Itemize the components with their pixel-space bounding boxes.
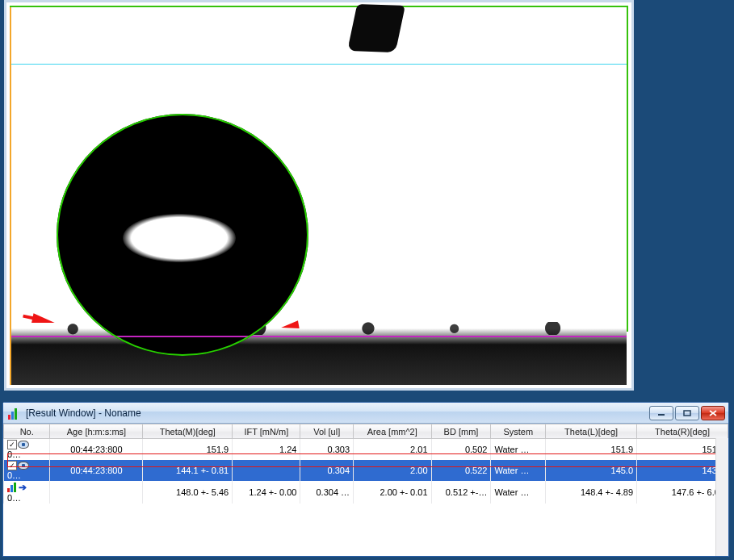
maximize-button[interactable] — [675, 406, 699, 420]
baseline-overlay[interactable] — [11, 336, 627, 337]
table-row[interactable]: ➔0…148.0 +- 5.461.24 +- 0.000.304 …2.00 … — [4, 481, 728, 504]
window-title: [Result Window] - Noname — [26, 407, 141, 419]
col-no[interactable]: No. — [4, 424, 50, 439]
col-thetaM[interactable]: Theta(M)[deg] — [143, 424, 233, 439]
col-system[interactable]: System — [491, 424, 546, 439]
cell-bd[interactable]: 0.522 — [431, 460, 491, 481]
cell-area[interactable]: 2.00 +- 0.01 — [354, 481, 431, 504]
results-table[interactable]: No. Age [h:m:s:ms] Theta(M)[deg] IFT [mN… — [3, 424, 728, 504]
cell-system[interactable]: Water … — [491, 439, 546, 461]
window-controls — [649, 406, 725, 420]
app-icon — [8, 407, 21, 420]
col-thetaR[interactable]: Theta(R)[deg] — [637, 424, 728, 439]
substrate-surface — [11, 322, 627, 385]
cell-thetaL[interactable]: 145.0 — [546, 460, 637, 481]
cell-system[interactable]: Water … — [491, 481, 546, 504]
cell-vol[interactable]: 0.303 — [300, 439, 354, 461]
col-thetaL[interactable]: Theta(L)[deg] — [546, 424, 637, 439]
cell-vol[interactable]: 0.304 … — [300, 481, 354, 504]
eye-icon[interactable] — [18, 462, 29, 470]
cell-ift[interactable]: 1.24 +- 0.00 — [233, 481, 300, 504]
vertical-scrollbar[interactable] — [715, 438, 728, 556]
maximize-icon — [683, 410, 691, 416]
col-area[interactable]: Area [mm^2] — [354, 424, 431, 439]
minimize-icon — [657, 410, 665, 416]
col-ift[interactable]: IFT [mN/m] — [233, 424, 300, 439]
cell-ift[interactable]: 1.24 — [233, 439, 300, 461]
row-no: 0… — [7, 449, 21, 459]
table-row[interactable]: ✓0…00:44:23:800151.91.240.3032.010.502Wa… — [4, 439, 728, 461]
cell-thetaM[interactable]: 151.9 — [143, 439, 233, 461]
cell-thetaL[interactable]: 148.4 +- 4.89 — [546, 481, 637, 504]
cell-ift[interactable] — [233, 460, 300, 481]
header-row[interactable]: No. Age [h:m:s:ms] Theta(M)[deg] IFT [mN… — [4, 424, 728, 439]
minimize-button[interactable] — [649, 406, 673, 420]
row-no-cell[interactable]: ✓0… — [4, 439, 50, 461]
threshold-line — [11, 64, 627, 65]
cell-age[interactable]: 00:44:23:800 — [50, 460, 143, 481]
results-grid[interactable]: No. Age [h:m:s:ms] Theta(M)[deg] IFT [mN… — [3, 424, 728, 556]
eye-icon[interactable] — [18, 441, 29, 449]
row-no: 0… — [7, 470, 21, 480]
row-no: 0… — [7, 493, 21, 503]
stats-icon — [7, 483, 19, 492]
result-window: [Result Window] - Noname — [2, 402, 729, 557]
col-vol[interactable]: Vol [ul] — [300, 424, 354, 439]
cell-thetaR[interactable]: 151.9 — [637, 439, 728, 461]
cell-bd[interactable]: 0.512 +-… — [431, 481, 491, 504]
stats-arrow-icon: ➔ — [19, 482, 27, 493]
cell-bd[interactable]: 0.502 — [431, 439, 491, 461]
cell-thetaR[interactable]: 147.6 +- 6.04 — [637, 481, 728, 504]
row-no-cell[interactable]: ✓0… — [4, 460, 50, 481]
cell-age[interactable]: 00:44:23:800 — [50, 439, 143, 461]
cell-area[interactable]: 2.00 — [354, 460, 431, 481]
row-no-cell[interactable]: ➔0… — [4, 481, 50, 504]
close-icon — [709, 410, 717, 416]
cell-system[interactable]: Water … — [491, 460, 546, 481]
row-checkbox[interactable]: ✓ — [7, 461, 17, 470]
svg-rect-0 — [658, 414, 665, 416]
cell-thetaR[interactable]: 143.3 — [637, 460, 728, 481]
svg-rect-1 — [684, 411, 690, 416]
table-row[interactable]: ✓0…00:44:23:800144.1 +- 0.810.3042.000.5… — [4, 460, 728, 481]
cell-thetaM[interactable]: 148.0 +- 5.46 — [143, 481, 233, 504]
col-age[interactable]: Age [h:m:s:ms] — [50, 424, 143, 439]
titlebar[interactable]: [Result Window] - Noname — [3, 403, 728, 424]
cell-area[interactable]: 2.01 — [354, 439, 431, 461]
image-panel — [4, 0, 634, 391]
cell-age[interactable] — [50, 481, 143, 504]
col-bd[interactable]: BD [mm] — [431, 424, 491, 439]
close-button[interactable] — [701, 406, 725, 420]
cell-thetaL[interactable]: 151.9 — [546, 439, 637, 461]
needle-tip — [347, 4, 405, 52]
image-canvas[interactable] — [10, 6, 628, 385]
cell-vol[interactable]: 0.304 — [300, 460, 354, 481]
row-checkbox[interactable]: ✓ — [7, 440, 17, 449]
fit-circle-overlay — [57, 114, 308, 356]
cell-thetaM[interactable]: 144.1 +- 0.81 — [143, 460, 233, 481]
